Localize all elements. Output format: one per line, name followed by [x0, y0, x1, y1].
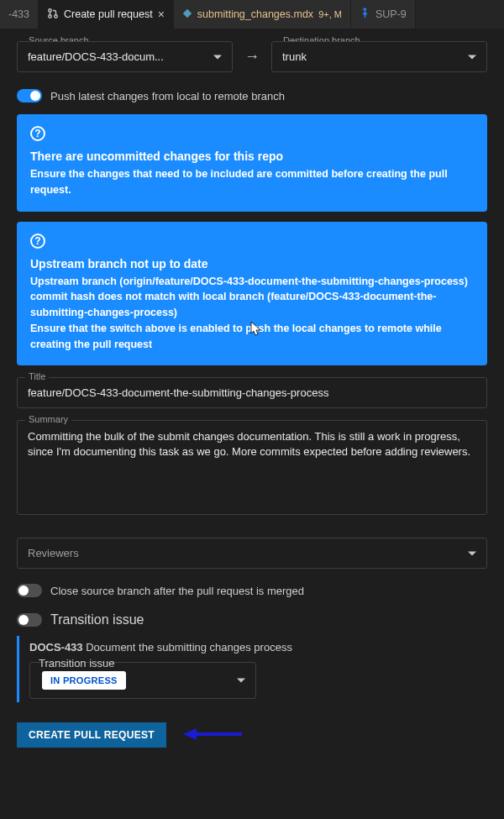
transition-issue-toggle[interactable] [17, 613, 42, 627]
info-icon: ? [30, 234, 45, 249]
arrow-right-icon: → [244, 48, 260, 66]
banner-title: Upstream branch not up to date [30, 257, 474, 270]
close-branch-toggle-row: Close source branch after the pull reque… [17, 584, 487, 597]
reviewers-section: Reviewers [17, 538, 487, 569]
destination-branch-field: Destination branch trunk [271, 41, 487, 72]
transition-status-select[interactable]: Transition issue IN PROGRESS [29, 662, 256, 699]
issue-key: DOCS-433 [29, 641, 83, 654]
tab-label: -433 [8, 8, 29, 20]
chevron-down-icon [213, 55, 222, 59]
summary-textarea[interactable] [17, 420, 487, 515]
transition-heading-row: Transition issue [17, 612, 487, 627]
upstream-outdated-banner: ? Upstream branch not up to date Upstrea… [17, 222, 487, 366]
tab-partial[interactable]: -433 [0, 0, 39, 29]
toggle-label: Close source branch after the pull reque… [50, 585, 304, 597]
jira-icon [360, 8, 370, 21]
title-section: Title [17, 377, 487, 408]
field-label: Title [25, 371, 49, 381]
file-icon [182, 8, 192, 21]
tab-label: Create pull request [64, 8, 153, 20]
tab-label: SUP-9 [375, 8, 407, 20]
create-button-row: CREATE PULL REQUEST [17, 702, 487, 748]
svg-point-0 [49, 8, 52, 12]
create-pull-request-button[interactable]: CREATE PULL REQUEST [17, 722, 166, 748]
pull-request-form: Source branch feature/DOCS-433-docum... … [0, 29, 504, 764]
chevron-down-icon [468, 551, 476, 555]
status-value: IN PROGRESS [42, 671, 126, 690]
destination-branch-select[interactable]: trunk [271, 41, 487, 72]
issue-summary: Document the submitting changes process [86, 641, 292, 654]
tab-submitting-changes[interactable]: submitting_changes.mdx 9+, M [174, 0, 351, 29]
issue-block: DOCS-433 Document the submitting changes… [17, 636, 487, 702]
close-icon[interactable]: × [158, 8, 165, 20]
editor-tabs: -433 Create pull request × submitting_ch… [0, 0, 504, 29]
info-icon: ? [30, 126, 45, 141]
chevron-down-icon [468, 55, 476, 59]
reviewers-select[interactable]: Reviewers [17, 538, 487, 569]
git-pull-request-icon [47, 8, 59, 22]
select-placeholder: Reviewers [28, 547, 79, 559]
cursor-icon [250, 321, 262, 336]
tab-modified-badge: 9+, M [318, 9, 342, 19]
push-local-toggle-row: Push latest changes from local to remote… [17, 89, 487, 102]
banner-title: There are uncommitted changes for this r… [30, 150, 474, 163]
chevron-down-icon [237, 679, 245, 683]
select-value: feature/DOCS-433-docum... [28, 50, 164, 63]
banner-text: Ensure the changes that need to be inclu… [30, 166, 474, 198]
branch-row: Source branch feature/DOCS-433-docum... … [17, 41, 487, 72]
close-branch-toggle[interactable] [17, 584, 42, 597]
source-branch-select[interactable]: feature/DOCS-433-docum... [17, 41, 233, 72]
summary-section: Summary [17, 420, 487, 517]
annotation-arrow-icon [183, 726, 242, 745]
tab-sup-9[interactable]: SUP-9 [351, 0, 416, 29]
field-label: Summary [25, 414, 71, 424]
transition-heading: Transition issue [50, 612, 144, 627]
field-label: Transition issue [39, 657, 115, 669]
select-value: trunk [282, 50, 307, 63]
banner-text: Upstream branch (origin/feature/DOCS-433… [30, 274, 474, 353]
svg-point-2 [55, 14, 58, 18]
svg-point-1 [49, 14, 52, 18]
tab-label: submitting_changes.mdx [197, 8, 313, 20]
tab-create-pull-request[interactable]: Create pull request × [39, 0, 174, 29]
svg-marker-4 [183, 728, 197, 740]
source-branch-field: Source branch feature/DOCS-433-docum... [17, 41, 233, 72]
push-local-toggle[interactable] [17, 89, 42, 102]
toggle-label: Push latest changes from local to remote… [50, 90, 285, 102]
uncommitted-changes-banner: ? There are uncommitted changes for this… [17, 114, 487, 212]
title-input[interactable] [17, 377, 487, 408]
issue-title: DOCS-433 Document the submitting changes… [29, 641, 484, 654]
